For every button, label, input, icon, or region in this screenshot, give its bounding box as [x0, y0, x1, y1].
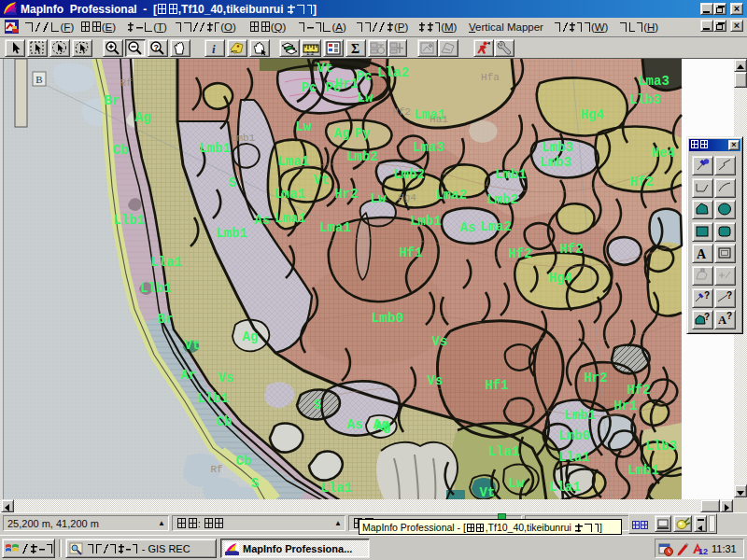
svg-text:Ha1: Ha1: [430, 114, 448, 125]
svg-text:A: A: [697, 247, 707, 261]
svg-text:Lma1: Lma1: [274, 187, 305, 202]
svg-text:Lw: Lw: [296, 119, 312, 134]
svg-text:Llb3: Llb3: [629, 92, 661, 107]
svg-text:Lw: Lw: [509, 476, 525, 491]
svg-text:Hg4: Hg4: [580, 107, 603, 122]
svg-text:Br: Br: [158, 312, 174, 327]
svg-text:Pc: Pc: [357, 69, 373, 84]
svg-text:Hr2: Hr2: [584, 371, 607, 385]
svg-text:Pc: Pc: [302, 80, 317, 95]
svg-text:Lmb2: Lmb2: [393, 167, 425, 182]
svg-text:?: ?: [726, 311, 732, 321]
svg-text:As: As: [347, 417, 363, 432]
svg-text:Hfa: Hfa: [481, 72, 500, 83]
svg-text:Σ: Σ: [351, 42, 359, 56]
svg-text:Ag: Ag: [375, 419, 391, 434]
svg-text:Llb1: Llb1: [113, 213, 145, 228]
svg-text:Hf1: Hf1: [399, 245, 422, 260]
svg-text:Hf1: Hf1: [485, 378, 508, 393]
svg-text:Lmb1: Lmb1: [410, 214, 442, 229]
svg-text:Lmb3: Lmb3: [542, 140, 573, 155]
svg-text:Br: Br: [105, 93, 120, 108]
svg-text:1.2: 1.2: [306, 50, 315, 56]
svg-text:Lma2: Lma2: [480, 219, 512, 234]
svg-text:Lma1: Lma1: [319, 220, 351, 235]
svg-text:Llb3: Llb3: [645, 439, 677, 454]
svg-text:S: S: [229, 175, 236, 190]
svg-text:i: i: [212, 42, 216, 56]
svg-text:Lw: Lw: [358, 91, 374, 105]
svg-text:Cb: Cb: [236, 454, 252, 469]
svg-text:Lmb0: Lmb0: [372, 311, 404, 326]
svg-text:Lmb2: Lmb2: [486, 192, 518, 207]
svg-text:Ag: Ag: [243, 329, 259, 344]
svg-text:Hf2: Hf2: [559, 242, 583, 257]
svg-text:Vt: Vt: [314, 173, 330, 188]
svg-text:As: As: [460, 220, 476, 235]
svg-text:Ag: Ag: [135, 110, 151, 125]
svg-text:Lmb1: Lmb1: [495, 167, 527, 182]
svg-text:Lmb2: Lmb2: [346, 149, 378, 164]
svg-text:Llb1: Llb1: [140, 281, 172, 296]
svg-text:Lma1: Lma1: [275, 211, 306, 226]
svg-text:Hg4: Hg4: [398, 192, 416, 203]
svg-text:S: S: [251, 476, 259, 491]
svg-text:Lmb3: Lmb3: [540, 155, 571, 170]
svg-text:?: ?: [704, 290, 710, 301]
svg-text:Lla1: Lla1: [488, 444, 520, 459]
svg-text:Rf: Rf: [210, 464, 222, 475]
svg-text:As: As: [255, 213, 271, 228]
svg-text:Lla2: Lla2: [377, 65, 409, 80]
svg-text:Ag: Ag: [334, 126, 350, 141]
svg-text:Cb: Cb: [113, 143, 129, 158]
svg-text:Hr1: Hr1: [613, 399, 637, 413]
svg-text:Lmb1: Lmb1: [216, 226, 247, 241]
svg-text:12: 12: [698, 547, 708, 556]
svg-text:Vt: Vt: [317, 61, 333, 76]
svg-text:Hg4: Hg4: [548, 271, 571, 286]
svg-text:Lmb1: Lmb1: [627, 463, 659, 478]
svg-text:Rf: Rf: [120, 77, 132, 89]
svg-text:Hf2: Hf2: [629, 175, 653, 189]
svg-text:S: S: [314, 398, 321, 413]
svg-text:Lmb1: Lmb1: [199, 141, 231, 156]
svg-text:Lmb0: Lmb0: [558, 428, 590, 443]
svg-text:Vs: Vs: [218, 371, 234, 385]
svg-text:Lma3: Lma3: [413, 140, 444, 155]
svg-text:Lma1: Lma1: [277, 154, 309, 169]
svg-text:Lla1: Lla1: [558, 450, 590, 465]
svg-text:Lw: Lw: [371, 191, 387, 206]
svg-text:Py: Py: [355, 126, 371, 141]
svg-text:Hf2: Hf2: [508, 246, 531, 261]
svg-text:Vt: Vt: [185, 338, 201, 353]
svg-text:?: ?: [154, 43, 160, 52]
svg-text:Hf2: Hf2: [627, 383, 650, 398]
svg-text:Ar: Ar: [181, 368, 197, 383]
svg-text:Vs: Vs: [428, 373, 444, 388]
svg-text:Cb: Cb: [217, 414, 233, 429]
svg-text:Hf2: Hf2: [392, 106, 411, 118]
svg-text:?: ?: [726, 290, 732, 301]
svg-text:Pc: Pc: [326, 80, 342, 95]
svg-text:Llb1: Llb1: [197, 391, 229, 406]
svg-text:?: ?: [704, 312, 710, 322]
svg-text:Vs: Vs: [432, 334, 448, 349]
svg-text:He4: He4: [651, 146, 674, 161]
svg-text:Lmb1: Lmb1: [231, 133, 256, 144]
svg-text:A: A: [718, 314, 726, 327]
svg-text:Lmb1: Lmb1: [564, 408, 596, 423]
svg-text:Lla1: Lla1: [150, 255, 182, 270]
svg-text:Hr2: Hr2: [334, 187, 358, 202]
svg-text:Vt: Vt: [480, 485, 496, 500]
svg-text:Lla1: Lla1: [320, 481, 352, 496]
svg-text:Lma2: Lma2: [435, 188, 467, 203]
svg-text:Lma3: Lma3: [638, 74, 669, 89]
svg-text:Lla1: Lla1: [549, 480, 581, 495]
